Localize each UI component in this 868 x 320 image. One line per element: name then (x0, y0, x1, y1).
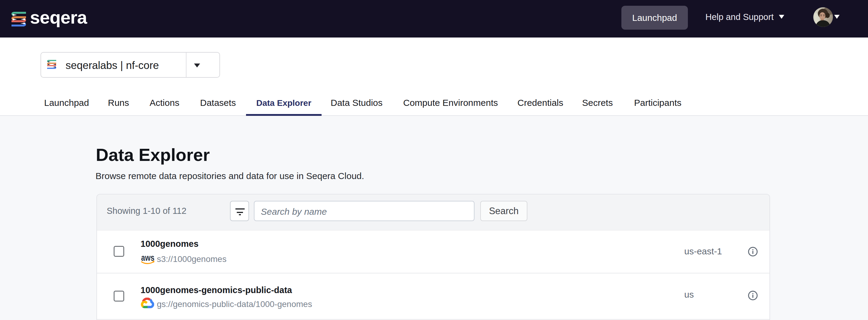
svg-text:aws: aws (141, 256, 154, 263)
